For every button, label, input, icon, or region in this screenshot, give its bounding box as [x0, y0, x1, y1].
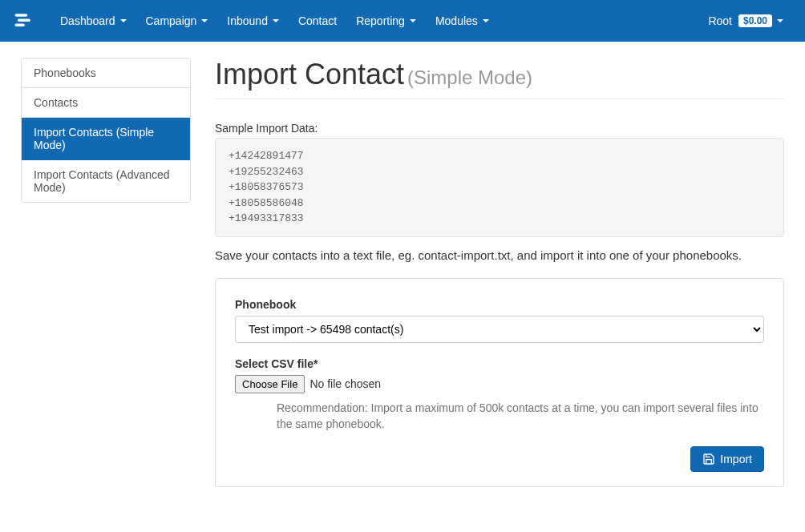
sample-data-label: Sample Import Data: — [215, 122, 784, 135]
user-nav: Root $0.00 — [698, 2, 793, 39]
svg-rect-2 — [15, 24, 25, 27]
file-status-text: No file chosen — [309, 377, 381, 390]
page-title: Import Contact — [215, 58, 404, 91]
nav-modules[interactable]: Modules — [426, 2, 499, 39]
page-container: Phonebooks Contacts Import Contacts (Sim… — [0, 42, 805, 503]
caret-icon — [410, 19, 416, 22]
nav-inbound[interactable]: Inbound — [217, 2, 289, 39]
svg-rect-1 — [18, 18, 30, 22]
balance-badge: $0.00 — [738, 14, 772, 27]
choose-file-button[interactable]: Choose File — [235, 375, 305, 393]
form-actions: Import — [235, 446, 764, 472]
sidebar-item-import-simple[interactable]: Import Contacts (Simple Mode) — [22, 118, 190, 160]
sidebar-item-contacts[interactable]: Contacts — [22, 88, 190, 118]
nav-contact[interactable]: Contact — [289, 2, 346, 39]
user-menu[interactable]: Root $0.00 — [698, 2, 793, 39]
main-content: Import Contact (Simple Mode) Sample Impo… — [215, 58, 784, 487]
nav-reporting[interactable]: Reporting — [346, 2, 426, 39]
caret-icon — [201, 19, 208, 22]
sidebar-list: Phonebooks Contacts Import Contacts (Sim… — [21, 58, 191, 203]
file-input-row: Choose File No file chosen — [235, 375, 764, 393]
sample-data-block: +14242891477 +19255232463 +18058376573 +… — [215, 138, 784, 237]
primary-nav: Dashboard Campaign Inbound Contact Repor… — [51, 2, 698, 39]
brand-logo[interactable] — [12, 10, 34, 32]
sidebar: Phonebooks Contacts Import Contacts (Sim… — [21, 58, 191, 487]
phonebook-label: Phonebook — [235, 298, 764, 311]
nav-campaign[interactable]: Campaign — [136, 2, 218, 39]
sidebar-item-phonebooks[interactable]: Phonebooks — [22, 58, 190, 88]
caret-icon — [120, 19, 127, 22]
caret-icon — [273, 19, 279, 22]
import-form-panel: Phonebook Test import -> 65498 contact(s… — [215, 278, 784, 488]
import-button[interactable]: Import — [690, 446, 764, 472]
phonebook-group: Phonebook Test import -> 65498 contact(s… — [235, 298, 764, 343]
nav-dashboard[interactable]: Dashboard — [51, 2, 136, 39]
caret-icon — [777, 19, 783, 22]
sidebar-item-import-advanced[interactable]: Import Contacts (Advanced Mode) — [22, 160, 190, 202]
phonebook-select[interactable]: Test import -> 65498 contact(s) — [235, 316, 764, 343]
caret-icon — [483, 19, 489, 22]
save-hint-text: Save your contacts into a text file, eg.… — [215, 248, 784, 262]
svg-rect-0 — [15, 14, 28, 17]
page-header: Import Contact (Simple Mode) — [215, 58, 784, 99]
csv-group: Select CSV file* Choose File No file cho… — [235, 357, 764, 433]
top-navbar: Dashboard Campaign Inbound Contact Repor… — [0, 0, 805, 42]
logo-icon — [12, 10, 34, 32]
csv-label: Select CSV file* — [235, 357, 764, 370]
page-subtitle: (Simple Mode) — [407, 66, 532, 88]
recommendation-text: Recommendation: Import a maximum of 500k… — [277, 400, 764, 433]
import-button-label: Import — [720, 453, 752, 466]
save-icon — [702, 453, 715, 466]
user-name: Root — [708, 14, 732, 27]
